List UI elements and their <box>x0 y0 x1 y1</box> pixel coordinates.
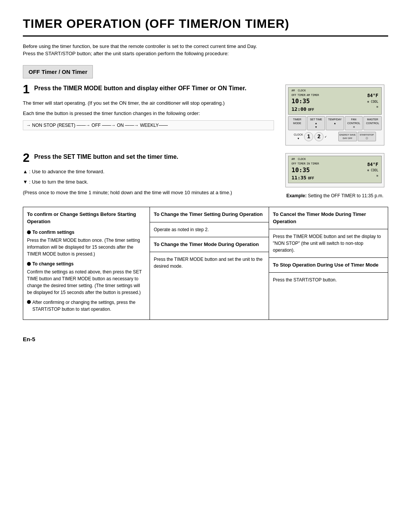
remote-diagram-2: AM CLOCK OFF TIMER IN TIMER 10:35 <box>285 153 384 187</box>
remote1-set-time-btn: SET TIME▲▼ <box>307 116 325 130</box>
intro-text: Before using the timer function, be sure… <box>23 43 388 58</box>
col5-header: To Stop Operation During Use of Timer Mo… <box>269 258 388 273</box>
remote1-num2: 2 <box>314 132 323 141</box>
remote1-time-main: 10:35 <box>292 97 319 105</box>
col1-bullet2-label: To change settings <box>32 260 73 267</box>
step2-number: 2 <box>23 153 30 164</box>
remote1-num1: 1 <box>304 132 313 141</box>
col1-bullet1-text: Press the TIMER MODE button once. (The t… <box>27 237 146 257</box>
col1-bullet3-text: After confirming or changing the setting… <box>32 299 146 313</box>
remote1-timer2: TIMER <box>311 94 319 97</box>
col2-section: To Change the Timer Setting During Opera… <box>150 207 269 319</box>
remote1-temp-day-btn: TEMP/DAY▲ <box>326 116 344 130</box>
example-text: Example: Setting the OFF TIMER to 11:35 … <box>286 193 383 199</box>
step2-right: AM CLOCK OFF TIMER IN TIMER 10:35 <box>282 153 388 199</box>
bullet-dot-2 <box>27 262 31 266</box>
step1-body2: Each time the button is pressed the time… <box>23 110 274 117</box>
remote1-master-control-btn: MASTERCONTROL <box>363 116 382 130</box>
remote1-clock: CLOCK <box>298 89 306 93</box>
col3-body: Press the TIMER MODE button and set the … <box>269 229 388 257</box>
remote1-cool: COOL <box>371 100 378 104</box>
remote2-time-main: 10:35 <box>292 166 319 174</box>
info-sections-row1: To confirm or Change Settings Before Sta… <box>23 207 388 319</box>
remote-diagram-1: AM CLOCK OFF TIMER AM TIMER 10:35 <box>285 85 384 145</box>
col5-section: To Stop Operation During Use of Timer Mo… <box>269 257 388 287</box>
col1-bullet2: To change settings Confirm the settings … <box>27 260 146 296</box>
remote1-time-sub: 12:00 <box>292 106 306 113</box>
step1-right: AM CLOCK OFF TIMER AM TIMER 10:35 <box>282 85 388 145</box>
remote1-am: AM <box>292 89 295 93</box>
bullet-dot-3 <box>27 300 31 304</box>
remote1-fan-control-btn: FANCONTROL☀ <box>345 116 363 130</box>
step1-flow: → NON STOP (RESET) ——→ OFF ——→ ON ——→ WE… <box>23 120 274 131</box>
section-header: OFF Timer / ON Timer <box>23 65 93 78</box>
step2-container: 2 Press the SET TIME button and set the … <box>23 153 388 199</box>
col2-body: Operate as noted in step 2. <box>150 222 269 237</box>
col1-header: To confirm or Change Settings Before Sta… <box>27 211 146 225</box>
remote1-energy-save-btn: ENERGY SAVEDAY OFF <box>338 132 357 141</box>
col4-section: To Change the Timer Mode During Operatio… <box>150 237 269 273</box>
step1-title: Press the TIMER MODE button and display … <box>23 85 274 93</box>
col1-bullet3: After confirming or changing the setting… <box>27 299 146 313</box>
col2-header: To Change the Timer Setting During Opera… <box>150 207 269 222</box>
remote1-am2: AM <box>307 94 310 97</box>
remote1-temp: 84°F <box>367 93 378 99</box>
page-footer: En-5 <box>23 335 388 343</box>
info-sections: To confirm or Change Settings Before Sta… <box>23 207 388 320</box>
step2-title: Press the SET TIME button and set the ti… <box>23 153 274 161</box>
col1-bullet1-label: To confirm settings <box>32 229 74 236</box>
bullet-dot-1 <box>27 230 31 234</box>
step2-down: ▼ : Use to turn the time back. <box>23 178 274 186</box>
step1-left: 1 Press the TIMER MODE button and displa… <box>23 85 274 145</box>
col1-body: To confirm settings Press the TIMER MODE… <box>27 229 146 313</box>
col5-body: Press the START/STOP button. <box>269 273 388 287</box>
remote1-timer-label: TIMER <box>298 94 306 97</box>
remote2-time-sub: 11:35 <box>292 174 306 181</box>
col1-bullet1: To confirm settings Press the TIMER MODE… <box>27 229 146 257</box>
col4-body: Press the TIMER MODE button and set the … <box>150 252 269 273</box>
col3-section: To Cancel the Timer Mode During Timer Op… <box>269 207 388 319</box>
remote1-off: OFF <box>292 94 296 97</box>
col3-header: To Cancel the Timer Mode During Timer Op… <box>269 207 388 229</box>
step2-note: (Press once to move the time 1 minute; h… <box>23 189 274 197</box>
remote1-timer-mode-btn: TIMERMODE <box>288 116 306 130</box>
col1-bullet2-text: Confirm the settings as noted above, the… <box>27 268 146 296</box>
remote2-off-sub: OFF <box>308 176 314 181</box>
step2-up: ▲ : Use to advance the time forward. <box>23 168 274 176</box>
remote2-cool: COOL <box>371 169 378 172</box>
col1-section: To confirm or Change Settings Before Sta… <box>23 207 150 319</box>
step1-body1: The timer will start operating. (If you … <box>23 99 274 107</box>
col4-header: To Change the Timer Mode During Operatio… <box>150 237 269 252</box>
step2-left: 2 Press the SET TIME button and set the … <box>23 153 274 199</box>
remote1-off-sub: OFF <box>308 107 314 112</box>
remote1-start-stop-btn: START/STOPⓘ <box>358 132 376 141</box>
remote2-temp: 84°F <box>367 161 378 168</box>
page-title: TIMER OPERATION (OFF TIMER/ON TIMER) <box>23 15 388 37</box>
step1-container: 1 Press the TIMER MODE button and displa… <box>23 85 388 145</box>
step1-number: 1 <box>23 85 30 95</box>
